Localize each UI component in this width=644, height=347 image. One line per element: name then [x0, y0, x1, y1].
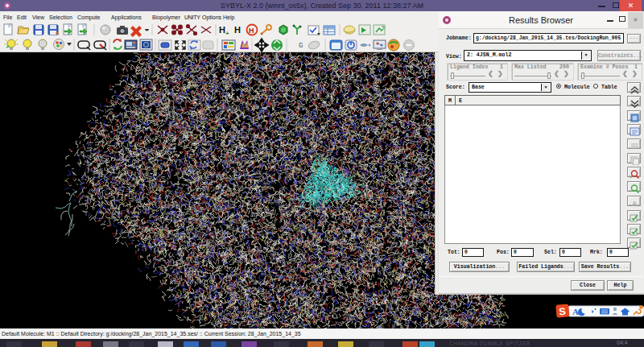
svg-text:H: H [249, 27, 254, 35]
svg-text:H: H [219, 25, 225, 35]
svg-text:G: G [299, 42, 303, 50]
svg-text:+: + [225, 30, 229, 37]
svg-text:A: A [572, 307, 579, 316]
svg-text:S: S [559, 306, 567, 318]
svg-text:A: A [632, 200, 638, 208]
svg-text:H: H [234, 25, 241, 35]
